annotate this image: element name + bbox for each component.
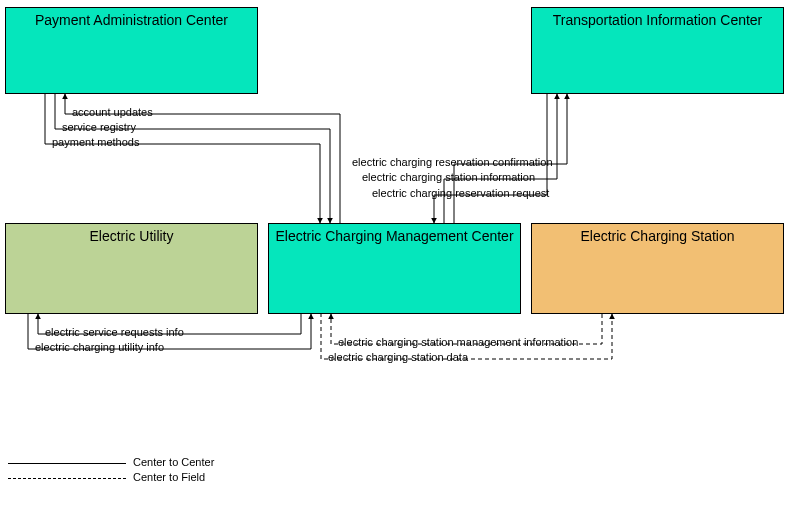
legend-label: Center to Field	[133, 471, 205, 483]
box-label: Payment Administration Center	[35, 12, 228, 28]
box-charging-station[interactable]: Electric Charging Station	[531, 223, 784, 314]
box-label: Electric Charging Management Center	[275, 228, 513, 244]
box-label: Electric Utility	[89, 228, 173, 244]
box-electric-utility[interactable]: Electric Utility	[5, 223, 258, 314]
flow-label: electric charging station management inf…	[338, 336, 578, 348]
flow-label: service registry	[62, 121, 136, 133]
flow-label: electric charging reservation confirmati…	[352, 156, 553, 168]
box-payment-admin[interactable]: Payment Administration Center	[5, 7, 258, 94]
flow-label: payment methods	[52, 136, 139, 148]
flow-label: electric charging reservation request	[372, 187, 549, 199]
flow-label: electric charging station information	[362, 171, 535, 183]
box-charging-mgmt[interactable]: Electric Charging Management Center	[268, 223, 521, 314]
legend-label: Center to Center	[133, 456, 214, 468]
flow-label: electric charging station data	[328, 351, 468, 363]
box-label: Electric Charging Station	[580, 228, 734, 244]
legend-line-dashed	[8, 478, 126, 479]
legend-line-solid	[8, 463, 126, 464]
flow-label: account updates	[72, 106, 153, 118]
flow-label: electric charging utility info	[35, 341, 164, 353]
flow-label: electric service requests info	[45, 326, 184, 338]
box-label: Transportation Information Center	[553, 12, 763, 28]
box-transportation-info[interactable]: Transportation Information Center	[531, 7, 784, 94]
